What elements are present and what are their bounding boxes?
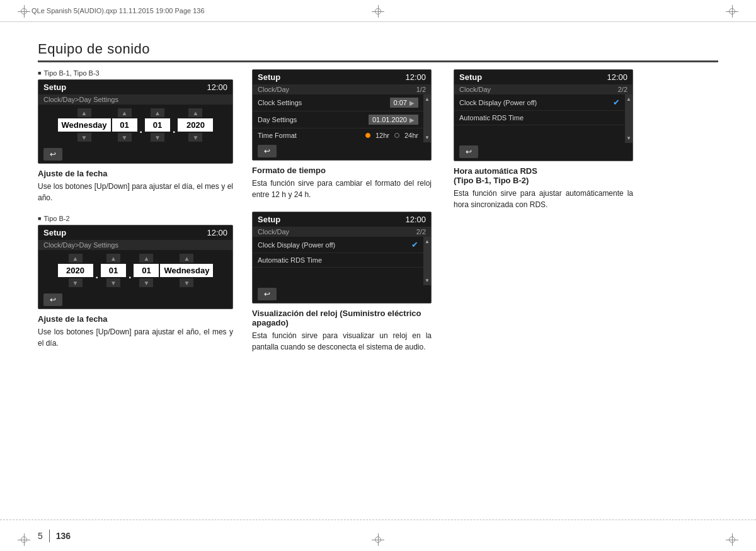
page-header: QLe Spanish 5(AUDIO).qxp 11.11.2015 19:0… xyxy=(0,0,756,22)
setup-row-rds-r: Automatic RDS Time xyxy=(454,111,625,125)
down-arrow-month-b2[interactable]: ▼ xyxy=(106,278,120,287)
down-arrow-day[interactable]: ▼ xyxy=(118,133,132,142)
back-button-mid2[interactable]: ↩ xyxy=(258,288,277,300)
setup-row-day: Day Settings 01.01.2020 ▶ xyxy=(253,111,423,128)
up-arrow-dayname[interactable]: ▲ xyxy=(77,108,91,117)
arrow-icon-clock: ▶ xyxy=(410,99,415,106)
screen-display: Setup 12:00 Clock/Day>Day Settings ▲ Wed… xyxy=(38,79,233,164)
year-col: ▲ 2020 ▼ xyxy=(178,108,213,142)
screen-back-mid2: ↩ xyxy=(253,285,431,303)
row-value-clock: 0:07 ▶ xyxy=(390,98,418,108)
month-col: ▲ 01 ▼ xyxy=(145,108,170,142)
screen-display-right1: Setup 12:00 Clock/Day 2/2 Clock Display … xyxy=(454,69,633,161)
type-label-b2: Tipo B-2 xyxy=(38,215,233,222)
radio-24hr[interactable] xyxy=(394,133,399,138)
radio-24hr-label: 24hr xyxy=(404,132,418,139)
screen-title-right1: Setup xyxy=(459,72,482,82)
setup-row-clock: Clock Settings 0:07 ▶ xyxy=(253,94,423,111)
screen-rows-mid2: Clock Display (Power off) ✔ Automatic RD… xyxy=(253,237,423,285)
desc-title-mid1: Formato de tiempo xyxy=(252,166,432,175)
year-value-b2: 2020 xyxy=(58,264,93,277)
desc-text-mid2: Esta función sirve para visualizar un re… xyxy=(252,330,432,353)
back-button-mid1[interactable]: ↩ xyxy=(258,145,277,157)
left-column: Tipo B-1, Tipo B-3 Setup 12:00 Clock/Day… xyxy=(38,69,233,349)
screen-page-mid1: 1/2 xyxy=(416,86,426,93)
desc-text-mid1: Esta función sirve para cambiar el forma… xyxy=(252,178,432,200)
month-col-b2: ▲ 01 ▼ xyxy=(101,254,126,287)
date-picker-b1: ▲ Wednesday ▼ ▲ 01 ▼ . ▲ 01 xyxy=(38,105,232,145)
screen-header-b2: Setup 12:00 xyxy=(38,225,232,240)
scrollbar-right1[interactable]: ▲ ▼ xyxy=(625,94,633,143)
scrollbar-mid2[interactable]: ▲ ▼ xyxy=(423,237,431,285)
desc-title-right1: Hora automática RDS (Tipo B-1, Tipo B-2) xyxy=(454,166,633,185)
day-name-col: ▲ Wednesday ▼ xyxy=(58,108,111,142)
radio-12hr[interactable] xyxy=(365,133,370,138)
down-arrow-year-b2[interactable]: ▼ xyxy=(69,278,83,287)
screen-time-right1: 12:00 xyxy=(607,72,627,82)
section-title-line xyxy=(38,60,718,62)
screen-body-mid2: Clock Display (Power off) ✔ Automatic RD… xyxy=(253,237,431,285)
screen-title-mid2: Setup xyxy=(258,215,280,224)
back-button-b1[interactable]: ↩ xyxy=(43,148,62,161)
down-arrow-day-b2[interactable]: ▼ xyxy=(139,278,153,287)
setup-row-empty-r xyxy=(454,125,625,143)
up-arrow-month-b2[interactable]: ▲ xyxy=(106,254,120,263)
screen-mid2: Setup 12:00 Clock/Day 2/2 Clock Display … xyxy=(252,212,432,304)
screen-page-right1: 2/2 xyxy=(618,86,627,93)
footer-page-num: 136 xyxy=(56,531,71,541)
screen-subheader-mid1: Clock/Day 1/2 xyxy=(253,84,431,94)
day-col: ▲ 01 ▼ xyxy=(112,108,137,142)
desc-title-b1: Ajuste de la fecha xyxy=(38,169,233,178)
page-footer: 5 136 xyxy=(0,520,756,551)
screen-title-b2: Setup xyxy=(43,228,66,237)
day-value: 01 xyxy=(112,118,137,132)
right-column: Setup 12:00 Clock/Day 2/2 Clock Display … xyxy=(454,69,633,210)
screen-time-mid1: 12:00 xyxy=(405,72,426,82)
section-title: Equipo de sonido xyxy=(38,41,150,57)
up-arrow-dayname-b2[interactable]: ▲ xyxy=(180,254,193,263)
up-arrow-day[interactable]: ▲ xyxy=(118,108,132,117)
screen-back-b2: ↩ xyxy=(38,291,232,309)
screen-display-b2: Setup 12:00 Clock/Day>Day Settings ▲ 202… xyxy=(38,225,233,309)
up-arrow-month[interactable]: ▲ xyxy=(151,108,164,117)
back-button-b2[interactable]: ↩ xyxy=(43,293,62,306)
screen-header-mid1: Setup 12:00 xyxy=(253,70,431,84)
back-button-right1[interactable]: ↩ xyxy=(459,145,478,158)
down-arrow-dayname[interactable]: ▼ xyxy=(77,133,91,142)
year-value: 2020 xyxy=(178,118,213,132)
type-label-b1-b3: Tipo B-1, Tipo B-3 xyxy=(38,69,233,77)
up-arrow-year-b2[interactable]: ▲ xyxy=(69,254,83,263)
row-value-day: 01.01.2020 ▶ xyxy=(369,115,418,125)
desc-text-right1: Esta función sirve para ajustar automáti… xyxy=(454,188,633,210)
screen-mid1: Setup 12:00 Clock/Day 1/2 Clock Settings… xyxy=(252,69,432,161)
middle-column: Setup 12:00 Clock/Day 1/2 Clock Settings… xyxy=(252,69,432,353)
up-arrow-day-b2[interactable]: ▲ xyxy=(139,254,153,263)
scrollbar-mid1[interactable]: ▲ ▼ xyxy=(423,94,431,142)
setup-row-rds: Automatic RDS Time xyxy=(253,253,423,268)
down-arrow-month[interactable]: ▼ xyxy=(151,133,164,142)
row-label-clockdisplay-r: Clock Display (Power off) xyxy=(459,99,537,106)
desc-text-b1: Use los botones [Up/Down] para ajustar e… xyxy=(38,181,233,203)
setup-row-clockdisplay: Clock Display (Power off) ✔ xyxy=(253,237,423,253)
row-label-clock: Clock Settings xyxy=(258,99,302,106)
radio-group-timeformat: 12hr 24hr xyxy=(365,132,418,139)
row-label-clockdisplay: Clock Display (Power off) xyxy=(258,241,335,249)
screen-back-mid1: ↩ xyxy=(253,142,431,160)
day-name-value: Wednesday xyxy=(58,118,111,132)
up-arrow-year[interactable]: ▲ xyxy=(188,108,202,117)
day-value-b2: 01 xyxy=(134,264,159,277)
screen-time: 12:00 xyxy=(207,82,227,92)
setup-row-empty xyxy=(253,268,423,285)
day-name-value-b2: Wednesday xyxy=(160,264,213,277)
down-arrow-year[interactable]: ▼ xyxy=(188,133,202,142)
day-col-b2: ▲ 01 ▼ xyxy=(134,254,159,287)
desc-title-b2: Ajuste de la fecha xyxy=(38,314,233,324)
screen-breadcrumb: Clock/Day>Day Settings xyxy=(38,94,232,105)
down-arrow-dayname-b2[interactable]: ▼ xyxy=(180,278,193,287)
date-picker-b2: ▲ 2020 ▼ . ▲ 01 ▼ . ▲ 01 xyxy=(38,250,232,291)
row-label-timeformat: Time Format xyxy=(258,132,297,139)
desc-text-b2: Use los botones [Up/Down] para ajustar e… xyxy=(38,326,233,349)
screen-page-mid2: 2/2 xyxy=(416,228,426,236)
screen-rows-right1: Clock Display (Power off) ✔ Automatic RD… xyxy=(454,94,625,143)
screen-header: Setup 12:00 xyxy=(38,80,232,94)
